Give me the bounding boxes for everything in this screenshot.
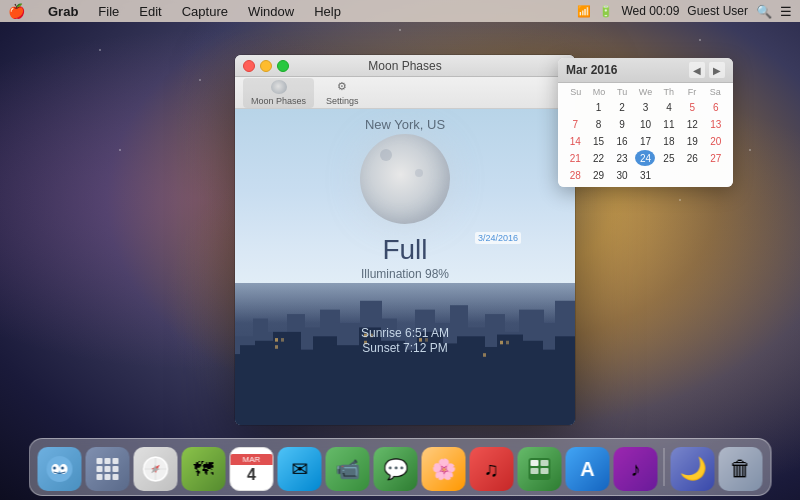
cal-day-14[interactable]: 14 xyxy=(565,133,585,149)
apple-menu[interactable]: 🍎 xyxy=(8,3,25,19)
capture-menu[interactable]: Capture xyxy=(179,3,231,20)
cal-day-10[interactable]: 10 xyxy=(635,116,655,132)
dock-mail[interactable]: ✉ xyxy=(278,447,322,491)
menu-icon[interactable]: ☰ xyxy=(780,4,792,19)
dock-separator xyxy=(664,448,665,486)
appstore-icon: A xyxy=(580,458,594,481)
maximize-button[interactable] xyxy=(277,60,289,72)
svg-rect-54 xyxy=(105,458,111,464)
tab-moon-phases-label: Moon Phases xyxy=(251,96,306,106)
cal-day-17[interactable]: 17 xyxy=(635,133,655,149)
photos-icon: 🌸 xyxy=(431,457,456,481)
cal-day-11[interactable]: 11 xyxy=(659,116,679,132)
user-display[interactable]: Guest User xyxy=(687,4,748,18)
dock-appstore[interactable]: A xyxy=(566,447,610,491)
cal-day-31[interactable]: 31 xyxy=(635,167,655,183)
dock-spotify[interactable]: ♪ xyxy=(614,447,658,491)
moon-dock-icon: 🌙 xyxy=(679,456,706,482)
cal-day-12[interactable]: 12 xyxy=(682,116,702,132)
tab-settings[interactable]: ⚙ Settings xyxy=(318,78,367,108)
cal-day-30[interactable]: 30 xyxy=(612,167,632,183)
trash-icon: 🗑 xyxy=(730,456,752,482)
cal-day-23[interactable]: 23 xyxy=(612,150,632,166)
location-label: New York, US xyxy=(235,117,575,132)
svg-point-52 xyxy=(61,467,64,470)
weekday-th: Th xyxy=(657,87,680,97)
cal-day-18[interactable]: 18 xyxy=(659,133,679,149)
minimize-button[interactable] xyxy=(260,60,272,72)
tab-settings-label: Settings xyxy=(326,96,359,106)
cal-day-7[interactable]: 7 xyxy=(565,116,585,132)
dock-calendar[interactable]: MAR 4 xyxy=(230,447,274,491)
cal-day-16[interactable]: 16 xyxy=(612,133,632,149)
cal-day-20[interactable]: 20 xyxy=(706,133,726,149)
cal-day-8[interactable]: 8 xyxy=(589,116,609,132)
cal-day-21[interactable]: 21 xyxy=(565,150,585,166)
weekday-sa: Sa xyxy=(704,87,727,97)
weekday-we: We xyxy=(634,87,657,97)
cal-day-1[interactable]: 1 xyxy=(589,99,609,115)
dock-numbers[interactable] xyxy=(518,447,562,491)
spotify-icon: ♪ xyxy=(631,458,641,481)
date-badge: 3/24/2016 xyxy=(475,232,521,244)
cal-day-6[interactable]: 6 xyxy=(706,99,726,115)
menubar-right: 📶 🔋 Wed 00:09 Guest User 🔍 ☰ xyxy=(577,4,792,19)
music-icon: ♫ xyxy=(484,458,499,481)
menubar: 🍎 Grab File Edit Capture Window Help 📶 🔋… xyxy=(0,0,800,22)
window-titlebar: Moon Phases xyxy=(235,55,575,77)
cal-day-13[interactable]: 13 xyxy=(706,116,726,132)
cal-day-4[interactable]: 4 xyxy=(659,99,679,115)
svg-rect-59 xyxy=(97,474,103,480)
svg-rect-25 xyxy=(333,345,363,425)
weekday-fr: Fr xyxy=(680,87,703,97)
weekday-tu: Tu xyxy=(611,87,634,97)
tab-moon-phases[interactable]: Moon Phases xyxy=(243,78,314,108)
dock-photos[interactable]: 🌸 xyxy=(422,447,466,491)
dock-facetime[interactable]: 📹 xyxy=(326,447,370,491)
svg-rect-53 xyxy=(97,458,103,464)
cal-day-25[interactable]: 25 xyxy=(659,150,679,166)
dock-safari[interactable] xyxy=(134,447,178,491)
cal-day-28[interactable]: 28 xyxy=(565,167,585,183)
cal-day-29[interactable]: 29 xyxy=(589,167,609,183)
search-icon[interactable]: 🔍 xyxy=(756,4,772,19)
calendar-prev-button[interactable]: ◀ xyxy=(689,62,705,78)
dock-finder[interactable] xyxy=(38,447,82,491)
cal-day-22[interactable]: 22 xyxy=(589,150,609,166)
cal-day-24-today[interactable]: 24 xyxy=(635,150,655,166)
calendar-nav: ◀ ▶ xyxy=(689,62,725,78)
file-menu[interactable]: File xyxy=(95,3,122,20)
cal-day-19[interactable]: 19 xyxy=(682,133,702,149)
close-button[interactable] xyxy=(243,60,255,72)
app-name-menu[interactable]: Grab xyxy=(45,3,81,20)
help-menu[interactable]: Help xyxy=(311,3,344,20)
dock-messages[interactable]: 💬 xyxy=(374,447,418,491)
dock-launchpad[interactable] xyxy=(86,447,130,491)
launchpad-icon xyxy=(95,456,121,482)
dock-moon-phases[interactable]: 🌙 xyxy=(671,447,715,491)
cal-day-3[interactable]: 3 xyxy=(635,99,655,115)
datetime-display: Wed 00:09 xyxy=(621,4,679,18)
calendar-dock-icon: MAR 4 xyxy=(231,454,273,484)
illumination-label: Illumination 98% xyxy=(235,267,575,281)
dock-maps[interactable]: 🗺 xyxy=(182,447,226,491)
cal-day-9[interactable]: 9 xyxy=(612,116,632,132)
window-content: New York, US Full Illumination 98% 3/24/… xyxy=(235,109,575,425)
cal-day-5[interactable]: 5 xyxy=(682,99,702,115)
dock-music[interactable]: ♫ xyxy=(470,447,514,491)
svg-rect-70 xyxy=(541,460,549,466)
cal-day-empty xyxy=(565,99,585,115)
cal-day-26[interactable]: 26 xyxy=(682,150,702,166)
dock-trash[interactable]: 🗑 xyxy=(719,447,763,491)
sunset-label: Sunset 7:12 PM xyxy=(235,341,575,355)
edit-menu[interactable]: Edit xyxy=(136,3,164,20)
weekday-mo: Mo xyxy=(587,87,610,97)
svg-point-51 xyxy=(53,467,56,470)
calendar-next-button[interactable]: ▶ xyxy=(709,62,725,78)
window-menu[interactable]: Window xyxy=(245,3,297,20)
svg-rect-71 xyxy=(531,468,539,474)
cal-day-2[interactable]: 2 xyxy=(612,99,632,115)
cal-day-15[interactable]: 15 xyxy=(589,133,609,149)
safari-icon xyxy=(142,455,170,483)
cal-day-27[interactable]: 27 xyxy=(706,150,726,166)
